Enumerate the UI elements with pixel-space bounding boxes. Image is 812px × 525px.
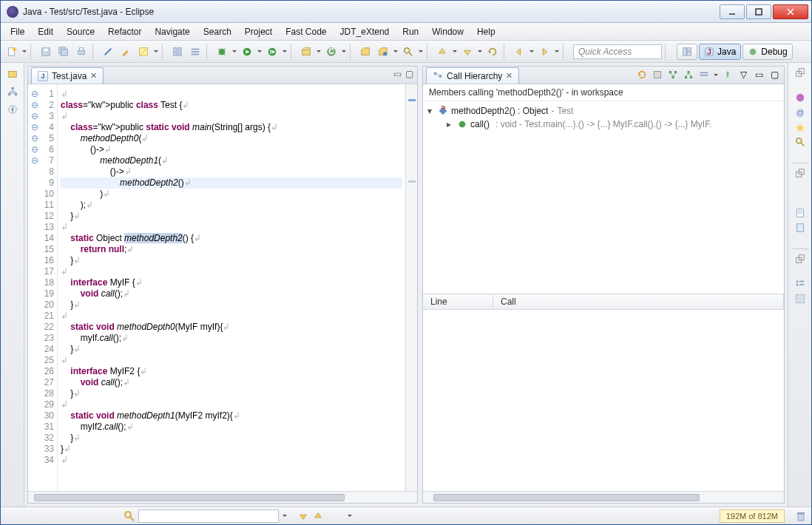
forward-dropdown[interactable]: [554, 48, 560, 55]
next-annotation-dropdown[interactable]: [477, 48, 483, 55]
ch-history-button[interactable]: [697, 68, 711, 81]
run-dropdown[interactable]: [257, 48, 263, 55]
open-perspective-button[interactable]: [677, 44, 697, 60]
last-edit-button[interactable]: [484, 44, 501, 60]
restore2-icon[interactable]: [795, 168, 805, 178]
menu-refactor[interactable]: Refactor: [101, 24, 148, 39]
restore-icon[interactable]: [795, 67, 805, 78]
editor-maximize-icon[interactable]: ▢: [404, 69, 414, 79]
up-arrow-icon[interactable]: [313, 511, 323, 521]
editor-hscroll[interactable]: [28, 491, 417, 503]
debug-dropdown[interactable]: [231, 48, 237, 55]
menu-project[interactable]: Project: [238, 24, 279, 39]
problems-icon[interactable]: [795, 193, 805, 203]
new-class-dropdown[interactable]: [341, 48, 347, 55]
ch-refresh-button[interactable]: [635, 68, 649, 81]
menu-help[interactable]: Help: [470, 24, 502, 39]
tree-row-child[interactable]: ▸ call() : void - Test.main(...).() -> {…: [427, 118, 779, 131]
editor-vscroll[interactable]: [405, 84, 417, 491]
minimize-button[interactable]: [720, 4, 745, 19]
maximize-button[interactable]: [746, 4, 771, 19]
close-button[interactable]: [773, 4, 808, 19]
outline-at-icon[interactable]: @: [795, 107, 805, 118]
trash-icon[interactable]: [795, 510, 807, 522]
status-search-dropdown[interactable]: [282, 512, 288, 519]
run-button[interactable]: [239, 44, 255, 60]
new-class-button[interactable]: C: [323, 44, 339, 60]
ch-hscroll[interactable]: [423, 491, 784, 503]
ch-table-body[interactable]: [423, 310, 784, 491]
status-menu-dropdown[interactable]: [347, 511, 353, 521]
ch-cancel-button[interactable]: [651, 68, 664, 81]
debug-button[interactable]: [214, 44, 230, 60]
new-button[interactable]: [4, 44, 20, 60]
perspective-debug[interactable]: Debug: [742, 44, 792, 60]
next-annotation-button[interactable]: [459, 44, 476, 60]
menu-jdtextend[interactable]: JDT_eXtend: [334, 24, 396, 39]
grid-button[interactable]: [169, 44, 186, 60]
menu-edit[interactable]: Edit: [31, 24, 60, 39]
search-button[interactable]: [400, 44, 416, 60]
open-type-button[interactable]: [357, 44, 373, 60]
back-dropdown[interactable]: [529, 48, 535, 55]
th-line[interactable]: Line: [423, 294, 493, 309]
new-dropdown[interactable]: [21, 48, 27, 55]
ch-tab[interactable]: Call Hierarchy ✕: [426, 67, 519, 84]
run-last-button[interactable]: [264, 44, 280, 60]
highlight-button[interactable]: [135, 44, 152, 60]
editor-tab-testjava[interactable]: J Test.java ✕: [31, 67, 104, 84]
menu-file[interactable]: File: [4, 24, 31, 39]
ch-viewmenu-button[interactable]: ▽: [737, 68, 750, 81]
declaration-icon[interactable]: [795, 223, 805, 233]
menu-run[interactable]: Run: [396, 24, 425, 39]
brush-button[interactable]: [118, 44, 134, 60]
menu-window[interactable]: Window: [425, 24, 470, 39]
task-list-icon[interactable]: [795, 92, 805, 103]
ch-tab-close-icon[interactable]: ✕: [506, 71, 512, 81]
javadoc-icon[interactable]: [795, 208, 805, 218]
menu-search[interactable]: Search: [197, 24, 238, 39]
forward-button[interactable]: [536, 44, 552, 60]
highlight-dropdown[interactable]: [153, 48, 159, 55]
ch-history-dropdown[interactable]: [713, 72, 719, 78]
tree-row-root[interactable]: ▾ S methodDepth2() : Object - Test: [427, 104, 779, 118]
down-arrow-icon[interactable]: [298, 511, 308, 521]
open-task-button[interactable]: [375, 44, 391, 60]
print-button[interactable]: [73, 44, 89, 60]
perspective-java[interactable]: JJava: [699, 44, 741, 60]
package-explorer-icon[interactable]: [6, 67, 19, 81]
tab-close-icon[interactable]: ✕: [90, 71, 97, 81]
code-editor[interactable]: ↲class="kw">public class Test {↲↲ class=…: [58, 84, 405, 491]
menu-navigate[interactable]: Navigate: [148, 24, 196, 39]
ch-pin-button[interactable]: [721, 68, 734, 81]
outline-icon[interactable]: [795, 279, 805, 289]
twisty-collapsed-icon[interactable]: ▸: [447, 119, 454, 129]
twisty-expanded-icon[interactable]: ▾: [427, 106, 435, 116]
run-last-dropdown[interactable]: [282, 48, 288, 55]
hierarchy-icon[interactable]: [6, 85, 19, 98]
menu-source[interactable]: Source: [60, 24, 101, 39]
wand-button[interactable]: [100, 44, 116, 60]
prev-annotation-button[interactable]: [434, 44, 450, 60]
new-package-button[interactable]: [298, 44, 314, 60]
ch-tree[interactable]: ▾ S methodDepth2() : Object - Test ▸ cal…: [423, 101, 784, 294]
ch-maximize-icon[interactable]: ▢: [768, 68, 781, 81]
new-package-dropdown[interactable]: [316, 48, 322, 55]
save-all-button[interactable]: [55, 44, 72, 60]
heap-status[interactable]: 192M of 812M: [720, 509, 785, 523]
search-view-icon[interactable]: [795, 137, 805, 147]
menu-fastcode[interactable]: Fast Code: [279, 24, 333, 39]
open-task-dropdown[interactable]: [393, 48, 399, 55]
prev-annotation-dropdown[interactable]: [452, 48, 458, 55]
ch-callers-button[interactable]: [666, 68, 680, 81]
template-icon[interactable]: [795, 294, 805, 304]
list-button[interactable]: [187, 44, 203, 60]
status-search-input[interactable]: [138, 509, 279, 523]
save-button[interactable]: [38, 44, 54, 60]
yellow-star-icon[interactable]: [795, 122, 805, 132]
back-button[interactable]: [511, 44, 527, 60]
navigator-icon[interactable]: [6, 103, 19, 116]
editor-minimize-icon[interactable]: ▭: [392, 69, 402, 79]
search-dropdown[interactable]: [418, 48, 424, 55]
th-call[interactable]: Call: [493, 294, 784, 309]
